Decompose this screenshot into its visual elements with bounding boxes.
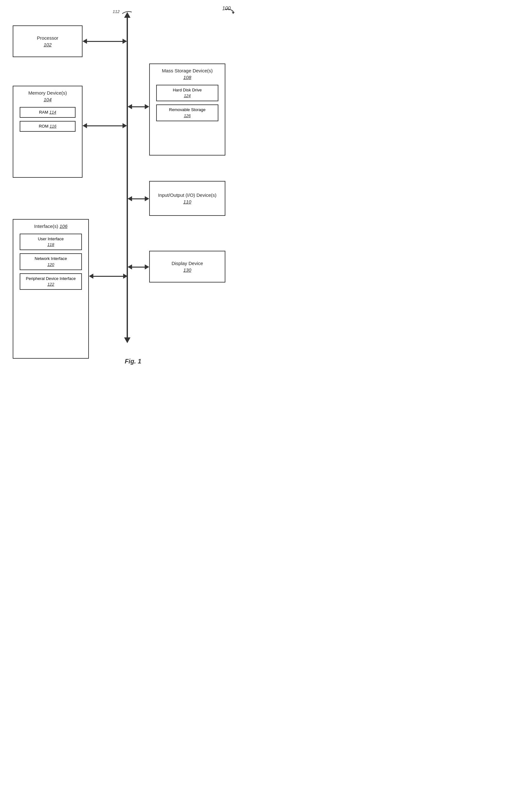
diagram: 100 112 Processor 102 Memory Device(s) 1… [0, 0, 266, 374]
display-bus-arrow [128, 265, 149, 269]
mass-storage-box: Mass Storage Device(s) 108 Hard Disk Dri… [149, 63, 225, 156]
arrow-line [87, 41, 122, 42]
arrow-left-icon [128, 196, 132, 201]
figure-label: Fig. 1 [125, 358, 141, 365]
interfaces-box: Interface(s) 106 User Interface 118 Netw… [13, 219, 89, 359]
hdd-box: Hard Disk Drive 124 [156, 85, 218, 101]
arrow-left-icon [82, 123, 87, 128]
arrow-line [87, 126, 122, 126]
bus-arrow-top [124, 12, 131, 18]
arrow-left-icon [82, 39, 87, 44]
memory-bus-arrow [82, 123, 127, 128]
arrow-right-icon [122, 39, 127, 44]
arrow-left-icon [128, 104, 132, 109]
processor-box: Processor 102 [13, 25, 82, 57]
rom-box: ROM 116 [20, 121, 76, 132]
arrow-right-icon [145, 196, 149, 201]
peripheral-interface-box: Peripheral Device Interface 122 [20, 273, 82, 290]
arrow-left-icon [89, 274, 93, 279]
arrow-right-icon [123, 274, 128, 279]
removable-storage-box: Removable Storage 126 [156, 104, 218, 121]
arrow-line [132, 198, 145, 199]
network-interface-box: Network Interface 120 [20, 253, 82, 270]
bus-line [127, 14, 128, 338]
arrow-right-icon [145, 265, 149, 269]
ref-100-label: 100 [209, 6, 241, 23]
user-interface-box: User Interface 118 [20, 234, 82, 250]
massstorage-bus-arrow [128, 104, 149, 109]
interface-bus-arrow [89, 274, 128, 279]
svg-text:100: 100 [222, 6, 231, 11]
arrow-line [132, 106, 145, 107]
arrow-right-icon [145, 104, 149, 109]
io-bus-arrow [128, 196, 149, 201]
bus-arrow-bottom [124, 337, 131, 343]
arrow-line [93, 276, 123, 277]
display-device-box: Display Device 130 [149, 251, 225, 283]
arrow-left-icon [128, 265, 132, 269]
processor-bus-arrow [82, 39, 127, 44]
memory-box: Memory Device(s) 104 RAM 114 ROM 116 [13, 86, 82, 178]
ram-box: RAM 114 [20, 107, 76, 118]
arrow-right-icon [122, 123, 127, 128]
io-devices-box: Input/Output (I/O) Device(s) 110 [149, 181, 225, 216]
arrow-line [132, 267, 145, 268]
